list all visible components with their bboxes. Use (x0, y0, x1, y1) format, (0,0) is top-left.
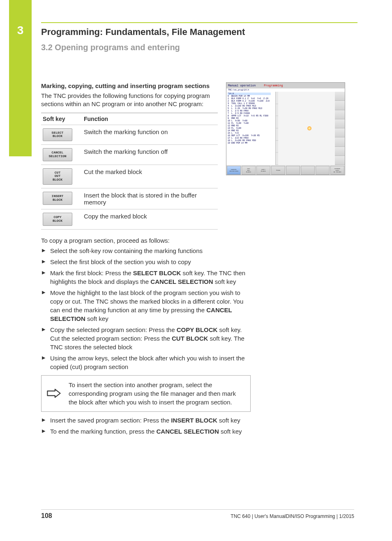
function-cell: Insert the block that is stored in the b… (82, 188, 218, 209)
softkey-cell: INSERT BLOCK (41, 188, 82, 209)
screenshot-softkey (301, 166, 315, 175)
table-row: CANCEL SELECTIONSwitch the marking funct… (41, 145, 218, 165)
chapter-title: Programming: Fundamentals, File Manageme… (41, 27, 245, 37)
step-item: Mark the first block: Press the SELECT B… (41, 269, 251, 286)
screenshot-softkey: FIND (271, 166, 285, 175)
softkey-table: Soft key Function SELECT BLOCKSwitch the… (41, 113, 218, 230)
screenshot-softkey: CUT OUT BLOCK (242, 166, 256, 175)
screenshot-softkey: CANCEL SELECTION (227, 166, 241, 175)
chapter-number-box: 3 (9, 22, 32, 39)
screenshot-softkey: COPY BLOCK (256, 166, 270, 175)
softkey-cell: SELECT BLOCK (41, 125, 82, 145)
step-item: Insert the saved program section: Press … (41, 416, 251, 425)
screenshot-body: *14.H 0 BEGIN PGM 14 MM 1 BLK FORM 0.1 Z… (226, 92, 345, 165)
step-item: Using the arrow keys, select the block a… (41, 354, 251, 371)
step-item: Copy the selected program section: Press… (41, 325, 251, 351)
softkey-button: SELECT BLOCK (43, 128, 72, 142)
softkey-cell: CUT OUT BLOCK (41, 165, 82, 188)
steps-list-1: Select the soft-key row containing the m… (41, 246, 251, 371)
section-title: 3.2 Opening programs and entering (41, 43, 180, 52)
softkey-button: CUT OUT BLOCK (43, 168, 72, 185)
note-arrow-icon (42, 376, 66, 411)
page-footer: 108 TNC 640 | User's ManualDIN/ISO Progr… (41, 509, 354, 520)
screenshot-path: TNC:\nc_prog\14.h (226, 88, 345, 92)
screenshot-datum-icon (307, 126, 311, 130)
note-box: To insert the section into another progr… (41, 375, 251, 412)
screenshot-bottom-softkeys: CANCEL SELECTIONCUT OUT BLOCKCOPY BLOCKF… (226, 165, 345, 176)
steps-list-2: Insert the saved program section: Press … (41, 416, 251, 436)
screenshot-softkey: INSERT LAST NC BLOCK (330, 166, 344, 175)
softkey-cell: CANCEL SELECTION (41, 145, 82, 165)
subheading: Marking, copying, cutting and inserting … (41, 82, 218, 89)
table-header-function: Function (82, 113, 218, 125)
right-column: Manual operation Programming TNC:\nc_pro… (226, 82, 345, 175)
table-row: COPY BLOCKCopy the marked block (41, 209, 218, 230)
content-area: Marking, copying, cutting and inserting … (41, 82, 349, 438)
softkey-button: COPY BLOCK (43, 213, 72, 226)
page-number: 108 (41, 512, 52, 520)
function-cell: Cut the marked block (82, 165, 218, 188)
screenshot-code-pane: *14.H 0 BEGIN PGM 14 MM 1 BLK FORM 0.1 Z… (226, 92, 276, 165)
document-page: 3 Programming: Fundamentals, File Manage… (0, 0, 392, 541)
function-cell: Switch the marking function on (82, 125, 218, 145)
screenshot-mode-manual: Manual operation (228, 84, 256, 87)
function-cell: Switch the marking function off (82, 145, 218, 165)
softkey-button: INSERT BLOCK (43, 192, 72, 205)
footer-text: TNC 640 | User's ManualDIN/ISO Programmi… (231, 513, 354, 519)
screenshot-mode-programming: Programming (264, 84, 283, 87)
step-item: Select the first block of the section yo… (41, 258, 251, 266)
screenshot-right-softkeys (335, 92, 345, 165)
tnc-screenshot: Manual operation Programming TNC:\nc_pro… (226, 82, 345, 175)
step-item: Move the highlight to the last block of … (41, 288, 251, 323)
steps-intro: To copy a program section, proceed as fo… (41, 237, 251, 244)
screenshot-header: Manual operation Programming (226, 83, 345, 88)
table-row: SELECT BLOCKSwitch the marking function … (41, 125, 218, 145)
table-row: CUT OUT BLOCKCut the marked block (41, 165, 218, 188)
table-row: INSERT BLOCKInsert the block that is sto… (41, 188, 218, 209)
screenshot-softkey (316, 166, 330, 175)
left-column: Marking, copying, cutting and inserting … (41, 82, 218, 230)
header-divider (41, 22, 357, 23)
softkey-cell: COPY BLOCK (41, 209, 82, 230)
screenshot-softkey (286, 166, 300, 175)
two-column-layout: Marking, copying, cutting and inserting … (41, 82, 349, 230)
step-item: To end the marking function, press the C… (41, 427, 251, 436)
intro-paragraph: The TNC provides the following functions… (41, 92, 218, 109)
function-cell: Copy the marked block (82, 209, 218, 230)
table-header-softkey: Soft key (41, 113, 82, 125)
softkey-button: CANCEL SELECTION (43, 148, 72, 161)
chapter-number: 3 (17, 24, 24, 37)
screenshot-graphics-pane (278, 92, 335, 165)
step-item: Select the soft-key row containing the m… (41, 246, 251, 255)
note-text: To insert the section into another progr… (66, 376, 250, 411)
